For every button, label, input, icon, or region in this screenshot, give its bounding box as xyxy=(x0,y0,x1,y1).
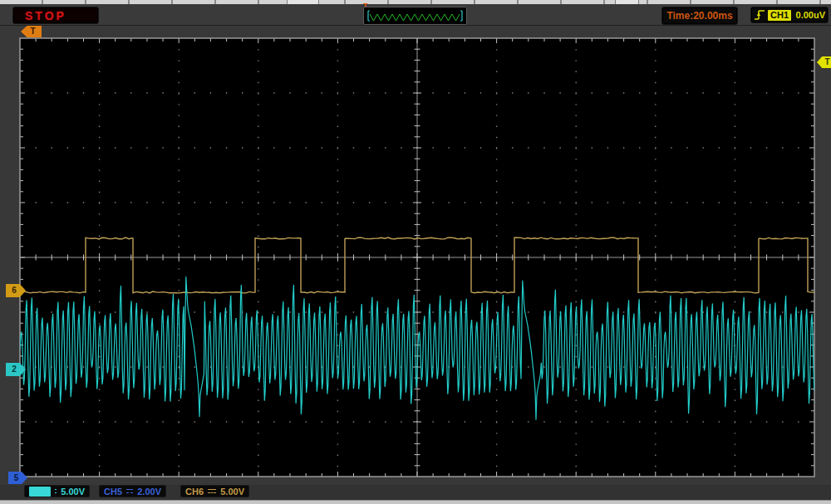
channel-box-ch2[interactable]: CH2 5.00V xyxy=(24,485,90,497)
channel-box-ch5[interactable]: CH5 2.00V xyxy=(99,485,166,497)
dc-coupling-icon xyxy=(55,488,57,495)
ch6-zero-marker-label: 6 xyxy=(12,286,17,295)
ch5-scale-value: 2.00V xyxy=(137,487,161,497)
ch6-label: CH6 xyxy=(185,487,204,497)
rising-edge-trigger-icon xyxy=(754,8,765,22)
trigger-source-badge: CH1 xyxy=(768,10,791,21)
ch2-zero-marker[interactable]: 2 xyxy=(6,363,26,376)
ch2-label: CH2 xyxy=(29,487,51,497)
ch5-zero-marker[interactable]: 5 xyxy=(8,472,27,484)
scope-grid xyxy=(0,0,831,504)
trigger-level-marker[interactable]: T xyxy=(817,56,831,68)
ch2-trace xyxy=(20,276,814,419)
dc-coupling-icon xyxy=(126,488,133,495)
ch2-zero-marker-label: 2 xyxy=(12,365,17,374)
ch6-trace xyxy=(20,237,814,293)
app-window: STOP T Time:20.00ms CH1 0.00uV T T 6 2 5 xyxy=(0,0,831,504)
toolbar: STOP T Time:20.00ms CH1 0.00uV xyxy=(0,4,831,26)
trigger-time-marker[interactable]: T xyxy=(21,26,42,37)
channel-bar: CH2 5.00V CH5 2.00V CH6 5.00V xyxy=(0,485,831,500)
record-preview-waveform xyxy=(364,8,465,23)
trigger-time-marker-label: T xyxy=(30,27,35,36)
ch5-zero-marker-label: 5 xyxy=(14,474,19,482)
time-base-value: Time:20.00ms xyxy=(666,10,732,22)
trigger-readout[interactable]: CH1 0.00uV xyxy=(750,7,829,23)
record-preview[interactable] xyxy=(363,7,467,25)
ch2-scale-value: 5.00V xyxy=(61,487,85,497)
ch5-label: CH5 xyxy=(104,487,122,497)
channel-box-ch6[interactable]: CH6 5.00V xyxy=(180,485,249,497)
ch6-scale-value: 5.00V xyxy=(220,487,244,497)
window-bottom-strip xyxy=(0,500,831,504)
time-base-readout[interactable]: Time:20.00ms xyxy=(661,7,738,25)
dc-coupling-icon xyxy=(208,488,216,495)
trigger-level-marker-label: T xyxy=(824,58,829,66)
trigger-level-value: 0.00uV xyxy=(796,10,825,20)
run-state-badge[interactable]: STOP xyxy=(12,7,99,24)
ch6-zero-marker[interactable]: 6 xyxy=(6,284,26,297)
run-state-label: STOP xyxy=(13,9,66,22)
